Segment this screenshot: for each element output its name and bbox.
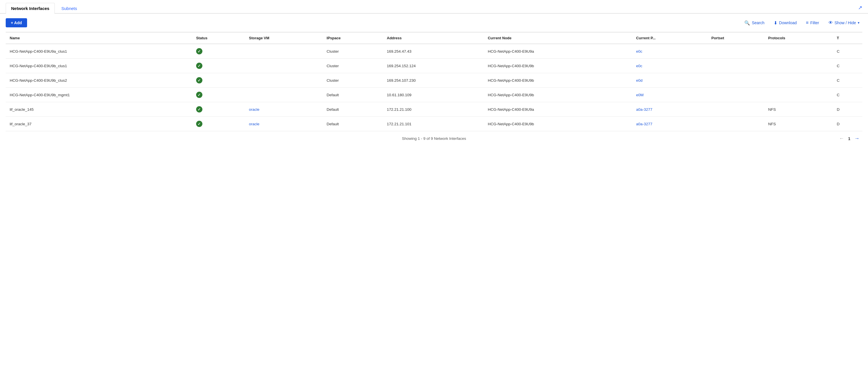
showing-text: Showing 1 - 9 of 9 Network Interfaces	[402, 136, 466, 141]
cell-name: HCG-NetApp-C400-E9U9b_clus1	[6, 59, 192, 73]
table-header-row: Name Status Storage VM IPspace Address C…	[6, 32, 862, 44]
current-port-link[interactable]: e0M	[636, 93, 644, 97]
cell-t: C	[833, 59, 862, 73]
page-number: 1	[848, 136, 850, 141]
current-port-link[interactable]: e0c	[636, 49, 643, 54]
col-header-ipspace: IPspace	[323, 32, 383, 44]
current-port-link[interactable]: a0a-3277	[636, 107, 652, 112]
cell-current-port[interactable]: e0M	[632, 88, 708, 102]
col-header-address: Address	[383, 32, 484, 44]
cell-status: ✓	[192, 117, 245, 131]
chevron-down-icon: ▾	[858, 21, 860, 25]
cell-name: HCG-NetApp-C400-E9U9b_mgmt1	[6, 88, 192, 102]
cell-name: lif_oracle_37	[6, 117, 192, 131]
filter-label: Filter	[810, 21, 819, 25]
cell-t: C	[833, 73, 862, 88]
current-port-link[interactable]: a0a-3277	[636, 122, 652, 126]
col-header-portset: Portset	[707, 32, 764, 44]
cell-portset	[707, 102, 764, 117]
cell-address: 10.61.180.109	[383, 88, 484, 102]
status-ok-icon: ✓	[196, 77, 203, 83]
cell-ipspace: Default	[323, 88, 383, 102]
col-header-current-node: Current Node	[484, 32, 632, 44]
show-hide-button[interactable]: 👁 Show / Hide ▾	[826, 19, 862, 27]
cell-portset	[707, 117, 764, 131]
cell-ipspace: Default	[323, 102, 383, 117]
cell-protocols	[764, 73, 833, 88]
col-header-protocols: Protocols	[764, 32, 833, 44]
current-port-link[interactable]: e0d	[636, 78, 643, 82]
footer: Showing 1 - 9 of 9 Network Interfaces ← …	[0, 131, 868, 146]
cell-status: ✓	[192, 59, 245, 73]
status-ok-icon: ✓	[196, 48, 203, 55]
prev-page-button[interactable]: ←	[837, 135, 846, 142]
download-icon: ⬇	[774, 20, 777, 26]
status-ok-icon: ✓	[196, 63, 203, 69]
col-header-storage-vm: Storage VM	[245, 32, 322, 44]
eye-icon: 👁	[828, 20, 833, 25]
cell-current-node: HCG-NetApp-C400-E9U9b	[484, 73, 632, 88]
cell-address: 169.254.152.124	[383, 59, 484, 73]
cell-ipspace: Cluster	[323, 73, 383, 88]
cell-protocols: NFS	[764, 102, 833, 117]
cell-storage-vm	[245, 88, 322, 102]
filter-button[interactable]: ≡ Filter	[803, 19, 822, 27]
status-ok-icon: ✓	[196, 121, 203, 127]
table-row: HCG-NetApp-C400-E9U9b_clus2✓Cluster169.2…	[6, 73, 862, 88]
cell-current-port[interactable]: e0c	[632, 59, 708, 73]
cell-t: D	[833, 117, 862, 131]
show-hide-label: Show / Hide	[835, 21, 856, 25]
cell-current-node: HCG-NetApp-C400-E9U9b	[484, 88, 632, 102]
cell-current-port[interactable]: e0d	[632, 73, 708, 88]
col-header-status: Status	[192, 32, 245, 44]
cell-ipspace: Cluster	[323, 59, 383, 73]
current-port-link[interactable]: e0c	[636, 64, 643, 68]
next-page-button[interactable]: →	[852, 135, 861, 142]
tab-network-interfaces[interactable]: Network Interfaces	[6, 3, 55, 14]
tab-subnets[interactable]: Subnets	[56, 3, 82, 14]
cell-current-port[interactable]: a0a-3277	[632, 117, 708, 131]
cell-storage-vm	[245, 73, 322, 88]
table-row: HCG-NetApp-C400-E9U9b_mgmt1✓Default10.61…	[6, 88, 862, 102]
search-icon: 🔍	[744, 20, 750, 26]
cell-portset	[707, 44, 764, 59]
storage-vm-link[interactable]: oracle	[249, 122, 259, 126]
cell-t: D	[833, 102, 862, 117]
cell-current-node: HCG-NetApp-C400-E9U9a	[484, 102, 632, 117]
cell-current-port[interactable]: e0c	[632, 44, 708, 59]
add-button[interactable]: + Add	[6, 18, 27, 27]
download-button[interactable]: ⬇ Download	[771, 19, 800, 27]
cell-storage-vm[interactable]: oracle	[245, 117, 322, 131]
cell-t: C	[833, 44, 862, 59]
cell-protocols	[764, 59, 833, 73]
cell-status: ✓	[192, 88, 245, 102]
cell-current-port[interactable]: a0a-3277	[632, 102, 708, 117]
cell-protocols	[764, 44, 833, 59]
col-header-name: Name	[6, 32, 192, 44]
storage-vm-link[interactable]: oracle	[249, 107, 259, 112]
cell-address: 169.254.107.230	[383, 73, 484, 88]
table-row: HCG-NetApp-C400-E9U9a_clus1✓Cluster169.2…	[6, 44, 862, 59]
search-button[interactable]: 🔍 Search	[741, 19, 767, 27]
cell-storage-vm	[245, 44, 322, 59]
cell-storage-vm	[245, 59, 322, 73]
cell-address: 169.254.47.43	[383, 44, 484, 59]
cell-current-node: HCG-NetApp-C400-E9U9b	[484, 117, 632, 131]
pagination: ← 1 →	[837, 135, 861, 142]
cell-ipspace: Default	[323, 117, 383, 131]
tabs-bar: Network Interfaces Subnets ↗	[0, 0, 868, 14]
cell-status: ✓	[192, 102, 245, 117]
cell-name: lif_oracle_145	[6, 102, 192, 117]
network-interfaces-table: Name Status Storage VM IPspace Address C…	[6, 32, 862, 131]
table-container: Name Status Storage VM IPspace Address C…	[0, 32, 868, 131]
cell-status: ✓	[192, 73, 245, 88]
cell-protocols: NFS	[764, 117, 833, 131]
cell-address: 172.21.21.101	[383, 117, 484, 131]
cell-portset	[707, 59, 764, 73]
expand-icon[interactable]: ↗	[858, 5, 862, 11]
table-row: lif_oracle_145✓oracleDefault172.21.21.10…	[6, 102, 862, 117]
cell-status: ✓	[192, 44, 245, 59]
cell-storage-vm[interactable]: oracle	[245, 102, 322, 117]
cell-name: HCG-NetApp-C400-E9U9b_clus2	[6, 73, 192, 88]
table-row: HCG-NetApp-C400-E9U9b_clus1✓Cluster169.2…	[6, 59, 862, 73]
